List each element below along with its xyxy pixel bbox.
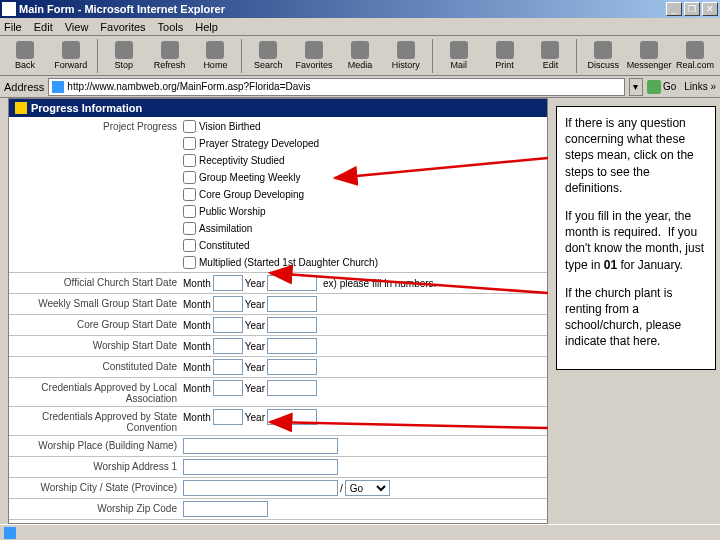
- row-cred-local: Credentials Approved by Local Associatio…: [9, 378, 547, 407]
- label-worship-place: Worship Place (Building Name): [13, 438, 183, 451]
- media-icon: [351, 41, 369, 59]
- row-official-start: Official Church Start Date MonthYearex) …: [9, 273, 547, 294]
- credstate-year-input[interactable]: [267, 409, 317, 425]
- row-cred-state: Credentials Approved by State Convention…: [9, 407, 547, 436]
- menu-file[interactable]: File: [4, 21, 22, 33]
- favorites-button[interactable]: Favorites: [291, 38, 337, 74]
- worship-place-input[interactable]: [183, 438, 338, 454]
- links-label[interactable]: Links »: [684, 81, 716, 92]
- go-button[interactable]: Go: [647, 80, 676, 94]
- back-button[interactable]: Back: [2, 38, 48, 74]
- search-button[interactable]: Search: [245, 38, 291, 74]
- realcom-icon: [686, 41, 704, 59]
- discuss-button[interactable]: Discuss: [580, 38, 626, 74]
- check-core-group[interactable]: Core Group Developing: [183, 188, 543, 201]
- forward-icon: [62, 41, 80, 59]
- core-year-input[interactable]: [267, 317, 317, 333]
- check-constituted[interactable]: Constituted: [183, 239, 543, 252]
- back-icon: [16, 41, 34, 59]
- worship-state-select[interactable]: Go: [345, 480, 390, 496]
- label-weekly-start: Weekly Small Group Start Date: [13, 296, 183, 309]
- worship-addr1-input[interactable]: [183, 459, 338, 475]
- label-project-progress: Project Progress: [13, 119, 183, 132]
- check-vision-birthed[interactable]: Vision Birthed: [183, 120, 543, 133]
- home-icon: [206, 41, 224, 59]
- note-p3: If the church plant is renting from a sc…: [565, 285, 707, 350]
- search-icon: [259, 41, 277, 59]
- refresh-icon: [161, 41, 179, 59]
- row-worship-place: Worship Place (Building Name): [9, 436, 547, 457]
- credstate-month-input[interactable]: [213, 409, 243, 425]
- go-icon: [647, 80, 661, 94]
- label-core-start: Core Group Start Date: [13, 317, 183, 330]
- address-text: http://www.nambweb.org/MainForm.asp?Flor…: [67, 81, 310, 92]
- credlocal-year-input[interactable]: [267, 380, 317, 396]
- stop-button[interactable]: Stop: [101, 38, 147, 74]
- refresh-button[interactable]: Refresh: [147, 38, 193, 74]
- row-worship-start: Worship Start Date MonthYear: [9, 336, 547, 357]
- window-titlebar: Main Form - Microsoft Internet Explorer …: [0, 0, 720, 18]
- forward-button[interactable]: Forward: [48, 38, 94, 74]
- toolbar: Back Forward Stop Refresh Home Search Fa…: [0, 36, 720, 76]
- check-receptivity[interactable]: Receptivity Studied: [183, 154, 543, 167]
- weekly-month-input[interactable]: [213, 296, 243, 312]
- worship-year-input[interactable]: [267, 338, 317, 354]
- menu-tools[interactable]: Tools: [158, 21, 184, 33]
- constituted-year-input[interactable]: [267, 359, 317, 375]
- menu-edit[interactable]: Edit: [34, 21, 53, 33]
- check-prayer-strategy[interactable]: Prayer Strategy Developed: [183, 137, 543, 150]
- status-icon: [4, 527, 16, 539]
- worship-city-input[interactable]: [183, 480, 338, 496]
- row-core-start: Core Group Start Date MonthYear: [9, 315, 547, 336]
- home-button[interactable]: Home: [192, 38, 238, 74]
- row-worship-citystate: Worship City / State (Province) /Go: [9, 478, 547, 499]
- maximize-button[interactable]: ❐: [684, 2, 700, 16]
- weekly-year-input[interactable]: [267, 296, 317, 312]
- messenger-button[interactable]: Messenger: [626, 38, 672, 74]
- edit-icon: [541, 41, 559, 59]
- discuss-icon: [594, 41, 612, 59]
- address-label: Address: [4, 81, 44, 93]
- row-worship-addr1: Worship Address 1: [9, 457, 547, 478]
- print-button[interactable]: Print: [482, 38, 528, 74]
- address-input[interactable]: http://www.nambweb.org/MainForm.asp?Flor…: [48, 78, 625, 96]
- section-icon: [15, 102, 27, 114]
- row-weekly-start: Weekly Small Group Start Date MonthYear: [9, 294, 547, 315]
- window-title: Main Form - Microsoft Internet Explorer: [19, 3, 666, 15]
- history-button[interactable]: History: [383, 38, 429, 74]
- mail-button[interactable]: Mail: [436, 38, 482, 74]
- row-worship-zip: Worship Zip Code: [9, 499, 547, 520]
- check-assimilation[interactable]: Assimilation: [183, 222, 543, 235]
- core-month-input[interactable]: [213, 317, 243, 333]
- menu-favorites[interactable]: Favorites: [100, 21, 145, 33]
- progress-form: Progress Information Project Progress Vi…: [8, 98, 548, 524]
- realcom-button[interactable]: Real.com: [672, 38, 718, 74]
- worship-month-input[interactable]: [213, 338, 243, 354]
- close-button[interactable]: ✕: [702, 2, 718, 16]
- official-month-input[interactable]: [213, 275, 243, 291]
- check-public-worship[interactable]: Public Worship: [183, 205, 543, 218]
- label-worship-addr1: Worship Address 1: [13, 459, 183, 472]
- address-dropdown[interactable]: ▾: [629, 78, 643, 96]
- address-bar: Address http://www.nambweb.org/MainForm.…: [0, 76, 720, 98]
- menu-view[interactable]: View: [65, 21, 89, 33]
- label-cred-local: Credentials Approved by Local Associatio…: [13, 380, 183, 404]
- check-multiplied[interactable]: Multiplied (Started 1st Daughter Church): [183, 256, 543, 269]
- constituted-month-input[interactable]: [213, 359, 243, 375]
- example-text: ex) please fill in numbers.: [323, 278, 436, 289]
- worship-zip-input[interactable]: [183, 501, 268, 517]
- label-worship-citystate: Worship City / State (Province): [13, 480, 183, 493]
- media-button[interactable]: Media: [337, 38, 383, 74]
- edit-button[interactable]: Edit: [527, 38, 573, 74]
- menu-help[interactable]: Help: [195, 21, 218, 33]
- credlocal-month-input[interactable]: [213, 380, 243, 396]
- slash: /: [340, 483, 343, 494]
- check-group-meeting[interactable]: Group Meeting Weekly: [183, 171, 543, 184]
- minimize-button[interactable]: _: [666, 2, 682, 16]
- mail-icon: [450, 41, 468, 59]
- print-icon: [496, 41, 514, 59]
- star-icon: [305, 41, 323, 59]
- official-year-input[interactable]: [267, 275, 317, 291]
- messenger-icon: [640, 41, 658, 59]
- window-controls: _ ❐ ✕: [666, 2, 718, 16]
